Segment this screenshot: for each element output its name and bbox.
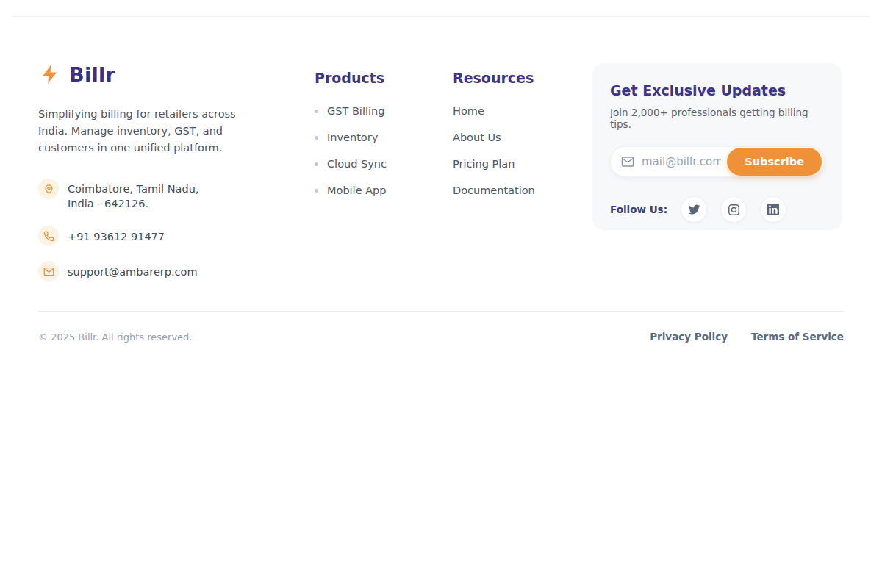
phone-icon — [38, 226, 59, 246]
subscribe-form: Subscribe — [610, 146, 825, 177]
lightning-bolt-icon — [38, 62, 62, 87]
envelope-icon — [38, 261, 59, 282]
resources-list: Home About Us Pricing Plan Documentation — [453, 106, 535, 196]
bullet-dot-icon — [315, 162, 318, 166]
resources-link-pricing-plan[interactable]: Pricing Plan — [453, 159, 535, 170]
newsletter-subtitle: Join 2,000+ professionals getting billin… — [610, 107, 825, 130]
linkedin-icon — [767, 204, 779, 215]
map-pin-icon — [38, 179, 59, 199]
bullet-dot-icon — [315, 136, 318, 140]
linkedin-button[interactable] — [760, 196, 786, 223]
products-title: Products — [315, 70, 387, 86]
email-text: support@ambarerp.com — [68, 261, 198, 279]
follow-row: Follow Us: — [610, 196, 825, 223]
terms-of-service-link[interactable]: Terms of Service — [751, 331, 844, 343]
resources-link-documentation[interactable]: Documentation — [453, 185, 535, 196]
address-line1: Coimbatore, Tamil Nadu, — [68, 183, 198, 195]
resources-column: Resources Home About Us Pricing Plan Doc… — [453, 70, 535, 196]
products-link-inventory[interactable]: Inventory — [315, 132, 387, 143]
brand-column: Billr Simplifying billing for retailers … — [38, 62, 281, 282]
resources-title: Resources — [453, 70, 535, 86]
resources-link-home[interactable]: Home — [453, 106, 535, 117]
subscribe-button[interactable]: Subscribe — [727, 148, 822, 176]
contact-phone[interactable]: +91 93612 91477 — [38, 226, 281, 246]
resources-link-about-us[interactable]: About Us — [453, 132, 535, 143]
contact-email[interactable]: support@ambarerp.com — [38, 261, 281, 282]
bullet-dot-icon — [315, 110, 318, 113]
products-link-gst-billing[interactable]: GST Billing — [315, 106, 387, 117]
follow-us-label: Follow Us: — [610, 204, 667, 215]
twitter-icon — [688, 204, 700, 216]
twitter-button[interactable] — [681, 196, 707, 223]
newsletter-title: Get Exclusive Updates — [610, 82, 825, 98]
privacy-policy-link[interactable]: Privacy Policy — [650, 331, 728, 343]
mail-icon — [621, 155, 634, 168]
products-column: Products GST Billing Inventory Cloud Syn… — [315, 70, 387, 196]
brand-description: Simplifying billing for retailers across… — [38, 106, 268, 157]
copyright-text: © 2025 Billr. All rights reserved. — [38, 331, 192, 343]
phone-text: +91 93612 91477 — [68, 226, 165, 244]
newsletter-card: Get Exclusive Updates Join 2,000+ profes… — [592, 63, 842, 230]
brand-name: Billr — [69, 63, 115, 86]
products-link-cloud-sync[interactable]: Cloud Sync — [315, 159, 387, 170]
top-divider — [12, 16, 870, 17]
email-input[interactable] — [634, 155, 727, 168]
bullet-dot-icon — [315, 189, 318, 193]
address-line2: India - 642126. — [68, 198, 148, 209]
bottom-divider — [38, 311, 844, 312]
instagram-icon — [728, 204, 740, 216]
products-list: GST Billing Inventory Cloud Sync Mobile … — [315, 106, 387, 196]
footer-section: Billr Simplifying billing for retailers … — [0, 0, 882, 588]
bottom-links: Privacy Policy Terms of Service — [650, 331, 844, 343]
address-text: Coimbatore, Tamil Nadu, India - 642126. — [68, 179, 198, 211]
contact-list: Coimbatore, Tamil Nadu, India - 642126. … — [38, 179, 281, 282]
products-link-mobile-app[interactable]: Mobile App — [315, 185, 387, 196]
contact-address: Coimbatore, Tamil Nadu, India - 642126. — [38, 179, 281, 211]
brand-logo[interactable]: Billr — [38, 62, 281, 87]
instagram-button[interactable] — [720, 196, 747, 223]
